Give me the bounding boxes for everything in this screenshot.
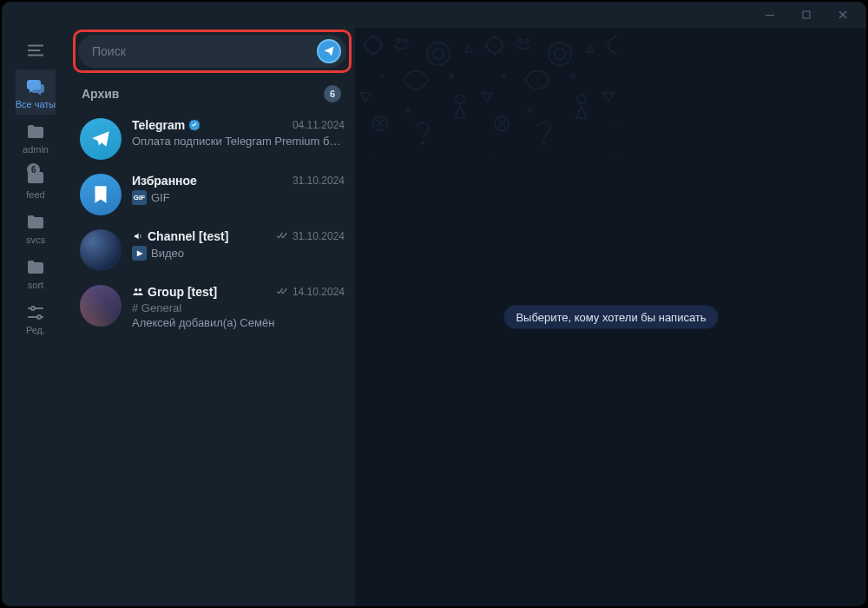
svg-rect-0 xyxy=(766,15,774,16)
chat-name: Group [test] xyxy=(132,285,217,299)
topic-label: # General xyxy=(132,301,181,314)
chat-row[interactable]: Channel [test]31.10.2024▶Видео xyxy=(69,222,355,278)
verified-icon xyxy=(188,119,201,131)
folder-tab-edit[interactable]: Ред. xyxy=(16,295,56,340)
folder-label: admin xyxy=(23,144,49,155)
chat-date: 04.11.2024 xyxy=(293,119,345,131)
chat-preview-secondary: Алексей добавил(а) Семён xyxy=(132,316,345,329)
archive-row[interactable]: Архив 6 xyxy=(69,76,355,111)
folder-tab-admin[interactable]: admin xyxy=(16,115,56,160)
chat-row[interactable]: Group [test]14.10.2024# GeneralАлексей д… xyxy=(69,278,355,336)
window-titlebar xyxy=(2,2,866,28)
chat-row[interactable]: Избранное31.10.2024GIFGIF xyxy=(69,167,355,222)
folder-label: sort xyxy=(28,280,43,290)
video-icon: ▶ xyxy=(132,246,147,261)
search-input[interactable] xyxy=(92,44,317,58)
chat-row[interactable]: Telegram04.11.2024Оплата подписки Telegr… xyxy=(69,111,355,167)
folder-tab-sort[interactable]: sort xyxy=(16,250,56,295)
chat-avatar xyxy=(80,229,122,271)
chat-date: 31.10.2024 xyxy=(276,230,345,242)
chat-name: Избранное xyxy=(132,174,197,188)
svg-point-3 xyxy=(37,315,41,319)
window-maximize-button[interactable] xyxy=(788,2,825,28)
main-menu-button[interactable] xyxy=(19,36,52,64)
window-close-button[interactable] xyxy=(825,2,861,28)
telegram-button-icon[interactable] xyxy=(317,39,341,63)
chat-name: Telegram xyxy=(132,118,201,132)
archive-count-badge: 6 xyxy=(324,85,341,102)
chat-preview: Оплата подписки Telegram Premium б… xyxy=(132,135,340,148)
folder-sidebar: Все чатыadminfeed6svcssortРед. xyxy=(2,28,69,606)
chat-preview: GIF xyxy=(151,191,170,204)
folder-label: Ред. xyxy=(26,325,45,335)
svg-point-2 xyxy=(31,307,35,310)
chat-avatar xyxy=(80,174,122,215)
folder-tab-feed[interactable]: feed6 xyxy=(16,160,56,205)
svg-rect-14 xyxy=(356,28,616,158)
folder-label: svcs xyxy=(26,235,45,245)
chat-date: 31.10.2024 xyxy=(293,175,345,187)
empty-state-label: Выберите, кому хотели бы написать xyxy=(503,306,718,329)
window-minimize-button[interactable] xyxy=(752,2,788,28)
svg-rect-1 xyxy=(803,11,810,18)
folder-label: Все чаты xyxy=(16,99,56,109)
folder-tab-svcs[interactable]: svcs xyxy=(16,205,56,250)
chat-date: 14.10.2024 xyxy=(276,286,345,298)
chat-avatar xyxy=(80,118,122,160)
chat-preview: Видео xyxy=(151,247,184,260)
empty-conversation-pane: Выберите, кому хотели бы написать xyxy=(356,28,866,606)
folder-tab-all[interactable]: Все чаты xyxy=(16,69,56,115)
chat-avatar xyxy=(80,285,122,327)
folder-label: feed xyxy=(26,189,44,200)
chat-name: Channel [test] xyxy=(132,229,228,243)
search-field[interactable] xyxy=(78,35,346,68)
chat-list-panel: Архив 6 Telegram04.11.2024Оплата подписк… xyxy=(69,28,356,606)
background-pattern xyxy=(356,28,616,158)
gif-icon: GIF xyxy=(132,190,147,205)
archive-label: Архив xyxy=(82,87,119,101)
